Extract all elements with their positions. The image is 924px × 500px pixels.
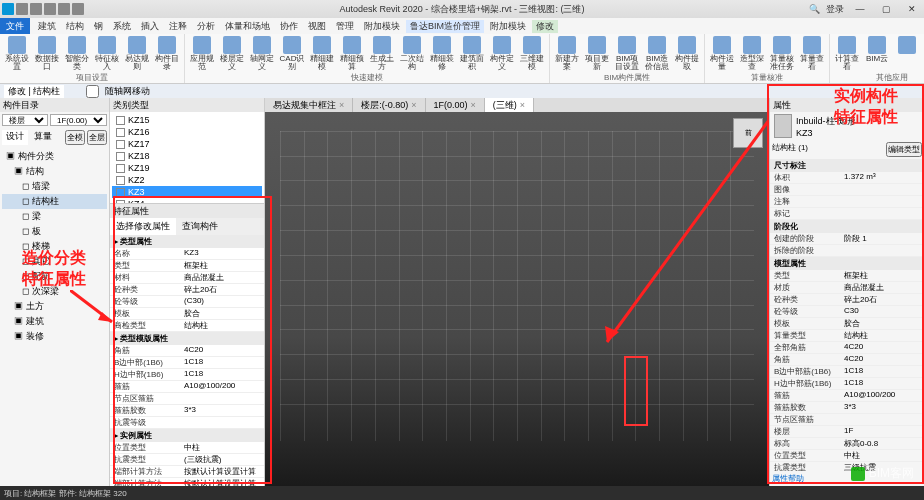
prop-row[interactable]: H边中部筋(1B6)1C18 bbox=[770, 378, 924, 390]
prop-row[interactable]: B边中部(1B6)1C18 bbox=[110, 357, 264, 369]
prop-val[interactable]: 阶段 1 bbox=[844, 233, 920, 244]
ribbon-构件提取[interactable]: 构件提取 bbox=[673, 36, 701, 71]
prop-row[interactable]: 箍筋A10@100/200 bbox=[770, 390, 924, 402]
tree-item[interactable]: ◻ 配筋 bbox=[2, 269, 107, 284]
prop-section[interactable]: ▸ 实例属性 bbox=[110, 429, 264, 442]
prop-row[interactable]: 角筋4C20 bbox=[770, 354, 924, 366]
prop-val[interactable]: 碎土20石 bbox=[844, 294, 920, 305]
close-button[interactable]: ✕ bbox=[902, 4, 922, 14]
prop-val[interactable]: KZ3 bbox=[184, 248, 260, 259]
ribbon-应用规范[interactable]: 应用规范 bbox=[188, 36, 216, 71]
menu-massing[interactable]: 体量和场地 bbox=[221, 20, 274, 33]
list-item[interactable]: KZ17 bbox=[112, 138, 262, 150]
floor-dropdown[interactable]: 楼层 bbox=[2, 114, 48, 126]
prop-row[interactable]: H边中部(1B6)1C18 bbox=[110, 369, 264, 381]
prop-row[interactable]: 材质商品混凝土 bbox=[770, 282, 924, 294]
file-tab[interactable]: 文件 bbox=[0, 18, 30, 34]
qat-undo-icon[interactable] bbox=[44, 3, 56, 15]
prop-section[interactable]: ▸ 类型模版属性 bbox=[110, 332, 264, 345]
prop-val[interactable] bbox=[184, 393, 260, 404]
prop-row[interactable]: B边中部筋(1B6)1C18 bbox=[770, 366, 924, 378]
prop-section[interactable]: 阶段化 bbox=[770, 220, 924, 233]
prop-val[interactable]: 1C18 bbox=[184, 369, 260, 380]
qat-save-icon[interactable] bbox=[30, 3, 42, 15]
prop-val[interactable]: 碎土20石 bbox=[184, 284, 260, 295]
view-tab[interactable]: 易达规集中框注 × bbox=[265, 98, 353, 112]
prop-row[interactable]: 抗震等级 bbox=[110, 417, 264, 429]
prop-row[interactable]: 类型框架柱 bbox=[770, 270, 924, 282]
prop-row[interactable]: 算量类型结构柱 bbox=[770, 330, 924, 342]
qat-print-icon[interactable] bbox=[72, 3, 84, 15]
ribbon-楼层定义[interactable]: 楼层定义 bbox=[218, 36, 246, 71]
list-item[interactable]: KZ2 bbox=[112, 174, 262, 186]
ribbon-造型深查[interactable]: 造型深查 bbox=[738, 36, 766, 71]
prop-row[interactable]: 节点区箍筋 bbox=[770, 414, 924, 426]
prop-row[interactable]: 砼等级(C30) bbox=[110, 296, 264, 308]
close-tab-icon[interactable]: × bbox=[471, 100, 476, 110]
prop-row[interactable]: 砼种类碎土20石 bbox=[110, 284, 264, 296]
ribbon-新建方案[interactable]: 新建方案 bbox=[553, 36, 581, 71]
prop-val[interactable] bbox=[844, 245, 920, 256]
menu-collab[interactable]: 协作 bbox=[276, 20, 302, 33]
prop-val[interactable]: 4C20 bbox=[184, 345, 260, 356]
prop-row[interactable]: 图像 bbox=[770, 184, 924, 196]
prop-row[interactable]: 材料商品混凝土 bbox=[110, 272, 264, 284]
ribbon-CAD识别[interactable]: CAD识别 bbox=[278, 36, 306, 71]
ribbon-构件运量[interactable]: 构件运量 bbox=[708, 36, 736, 71]
ribbon-BIM项目设置[interactable]: BIM项目设置 bbox=[613, 36, 641, 71]
ribbon-易达规则[interactable]: 易达规则 bbox=[123, 36, 151, 71]
prop-val[interactable]: 按默认计算设置计算 bbox=[184, 478, 260, 486]
prop-val[interactable]: 4C20 bbox=[844, 354, 920, 365]
tab-quantity[interactable]: 算量 bbox=[30, 130, 56, 145]
ctx-tab-modify[interactable]: 修改 | 结构柱 bbox=[4, 85, 64, 98]
prop-val[interactable]: A10@100/200 bbox=[184, 381, 260, 392]
ribbon-构件目录[interactable]: 构件目录 bbox=[153, 36, 181, 71]
ribbon-智能分类[interactable]: 智能分类 bbox=[63, 36, 91, 71]
menu-architecture[interactable]: 建筑 bbox=[34, 20, 60, 33]
prop-row[interactable]: 模板胶合 bbox=[770, 318, 924, 330]
prop-row[interactable]: 位置类型中柱 bbox=[770, 450, 924, 462]
qat-redo-icon[interactable] bbox=[58, 3, 70, 15]
prop-row[interactable]: 端部计算方法按默认计算设置计算 bbox=[110, 478, 264, 486]
prop-val[interactable] bbox=[844, 208, 920, 219]
prop-row[interactable]: 箍筋胶数3*3 bbox=[110, 405, 264, 417]
minimize-button[interactable]: — bbox=[850, 4, 870, 14]
prop-val[interactable] bbox=[844, 414, 920, 425]
ribbon-计算查看[interactable]: 计算查看 bbox=[833, 36, 861, 71]
prop-row[interactable]: 箍筋A10@100/200 bbox=[110, 381, 264, 393]
ribbon-精细预算[interactable]: 精细预算 bbox=[338, 36, 366, 71]
view-tab[interactable]: 楼层:(-0.80) × bbox=[353, 98, 425, 112]
prop-val[interactable]: 中柱 bbox=[844, 450, 920, 461]
tree-item[interactable]: ◻ 其它 bbox=[2, 254, 107, 269]
prop-val[interactable]: 1C18 bbox=[844, 378, 920, 389]
prop-val[interactable]: 框架柱 bbox=[844, 270, 920, 281]
ribbon-轴网定义[interactable]: 轴网定义 bbox=[248, 36, 276, 71]
prop-val[interactable] bbox=[184, 417, 260, 428]
list-item[interactable]: KZ16 bbox=[112, 126, 262, 138]
view-tab[interactable]: (三维) × bbox=[485, 98, 534, 112]
tree-item[interactable]: ◻ 梁 bbox=[2, 209, 107, 224]
prop-val[interactable]: 按默认计算设置计算 bbox=[184, 466, 260, 477]
prop-val[interactable] bbox=[844, 196, 920, 207]
list-item[interactable]: KZ3 bbox=[112, 186, 262, 198]
ribbon-三维建模[interactable]: 三维建模 bbox=[518, 36, 546, 71]
ribbon-BIM云[interactable]: BIM云 bbox=[863, 36, 891, 71]
prop-row[interactable]: 角筋4C20 bbox=[110, 345, 264, 357]
menu-system[interactable]: 系统 bbox=[109, 20, 135, 33]
tree-item[interactable]: ◻ 楼梯 bbox=[2, 239, 107, 254]
prop-row[interactable]: 端部计算方法按默认计算设置计算 bbox=[110, 466, 264, 478]
prop-row[interactable]: 箍筋胶数3*3 bbox=[770, 402, 924, 414]
ribbon-特征核入[interactable]: 特征核入 bbox=[93, 36, 121, 71]
prop-tab-query[interactable]: 查询构件 bbox=[176, 218, 224, 235]
menu-addins2[interactable]: 附加模块 bbox=[486, 20, 530, 33]
ribbon-数据接口[interactable]: 数据接口 bbox=[33, 36, 61, 71]
prop-val[interactable]: 结构柱 bbox=[184, 320, 260, 331]
prop-row[interactable]: 抗震类型(三级抗震) bbox=[110, 454, 264, 466]
ribbon-算量查看[interactable]: 算量查看 bbox=[798, 36, 826, 71]
prop-row[interactable]: 拆除的阶段 bbox=[770, 245, 924, 257]
prop-row[interactable]: 类型框架柱 bbox=[110, 260, 264, 272]
close-tab-icon[interactable]: × bbox=[411, 100, 416, 110]
ribbon-[interactable] bbox=[893, 36, 921, 71]
ribbon-二次结构[interactable]: 二次结构 bbox=[398, 36, 426, 71]
prop-val[interactable]: A10@100/200 bbox=[844, 390, 920, 401]
